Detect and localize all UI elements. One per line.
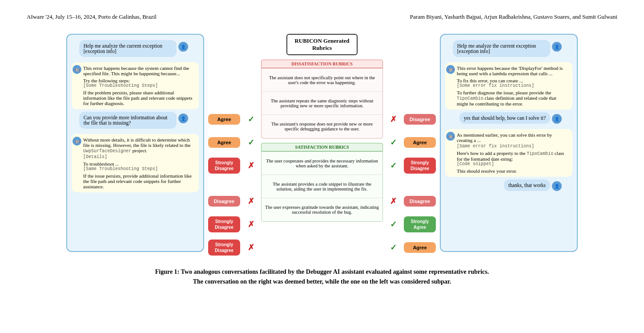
dissatisfaction-section: DISSATISFACTION RUBRICS The assistant do… xyxy=(261,60,383,138)
right-user-bubble-3: thanks, that works 👤 xyxy=(504,179,550,191)
left-bot-bubble-1: 🤖 This error happens because the system … xyxy=(72,62,199,109)
dissatisfaction-header: DISSATISFACTION RUBRICS xyxy=(261,60,383,68)
left-mark-6: ✗ xyxy=(248,236,254,259)
left-mark-2: ✓ xyxy=(248,131,254,154)
bot-icon-1: 🤖 xyxy=(72,65,81,74)
left-mark-1: ✓ xyxy=(248,108,254,131)
left-mark-4: ✗ xyxy=(248,190,254,213)
right-user-bubble-2: yes that should help, how can I solve it… xyxy=(459,112,550,124)
dis-item-2: The assistant repeats the same diagnosti… xyxy=(262,92,382,115)
user-avatar-1: 👤 xyxy=(178,42,188,52)
left-mark-3: ✗ xyxy=(248,154,254,177)
figure-caption: Figure 1: Two analogous conversations fa… xyxy=(77,267,567,287)
right-btn-row-3: Strongly Disagree xyxy=(400,154,440,177)
left-btn-row-1: Agree xyxy=(204,108,244,131)
right-mark-5: ✓ xyxy=(390,213,397,236)
right-bot-bubble-1: 🤖 This error happens because the 'Displa… xyxy=(445,62,572,110)
right-vote-btn-1[interactable]: Disagree xyxy=(404,114,436,125)
right-btn-row-1: Disagree xyxy=(400,108,440,131)
right-mark-6: ✓ xyxy=(390,236,397,259)
sat-item-1: The user cooperates and provides the nec… xyxy=(262,152,382,175)
right-vote-btn-5[interactable]: Strongly Agree xyxy=(404,216,436,232)
right-vote-btn-4[interactable]: Disagree xyxy=(404,196,436,207)
right-btn-row-6: Agree xyxy=(400,236,440,259)
dissatisfaction-items: The assistant does not specifically poin… xyxy=(261,68,383,138)
right-vote-btn-2[interactable]: Agree xyxy=(404,137,436,148)
dis-item-1: The assistant does not specifically poin… xyxy=(262,69,382,92)
left-bot-bubble-2: 🤖 Without more details, it is difficult … xyxy=(72,134,199,192)
right-mark-4: ✗ xyxy=(390,190,397,213)
right-user-avatar-1: 👤 xyxy=(552,42,562,52)
right-bot-icon-1: 🤖 xyxy=(446,65,455,74)
right-mark-2: ✓ xyxy=(390,131,397,154)
left-vote-buttons: Agree Agree Strongly Disagree Disagree S… xyxy=(204,29,244,259)
left-btn-row-5: Strongly Disagree xyxy=(204,213,244,236)
satisfaction-header: SATISFACTION RUBRICS xyxy=(261,143,383,151)
sat-item-3: The user expresses gratitude towards the… xyxy=(262,198,382,221)
left-btn-row-2: Agree xyxy=(204,131,244,154)
left-user-bubble-1: Help me analyze the current exception [e… xyxy=(79,40,177,57)
user-avatar-2: 👤 xyxy=(178,114,188,123)
right-bot-icon-2: 🤖 xyxy=(446,132,455,141)
satisfaction-items: The user cooperates and provides the nec… xyxy=(261,151,383,222)
right-mark-1: ✗ xyxy=(390,108,397,131)
right-vote-btn-3[interactable]: Strongly Disagree xyxy=(404,158,436,174)
left-btn-row-3: Strongly Disagree xyxy=(204,154,244,177)
header-left: AIware '24, July 15–16, 2024, Porto de G… xyxy=(27,13,157,20)
right-bot-bubble-2: 🤖 As mentioned earlier, you can solve th… xyxy=(445,129,572,177)
left-vote-btn-1[interactable]: Agree xyxy=(208,114,240,125)
left-vote-btn-4[interactable]: Disagree xyxy=(208,196,240,207)
left-mark-5: ✗ xyxy=(248,213,254,236)
left-vote-btn-3[interactable]: Strongly Disagree xyxy=(208,158,240,174)
left-vote-btn-2[interactable]: Agree xyxy=(208,137,240,148)
right-user-avatar-3: 👤 xyxy=(552,181,562,191)
left-marks: ✓ ✓ ✗ ✗ ✗ ✗ xyxy=(244,29,258,259)
rubric-panel: RUBICON Generated Rubrics DISSATISFACTIO… xyxy=(258,29,386,222)
main-figure: Help me analyze the current exception [e… xyxy=(27,29,617,259)
left-btn-row-6: Strongly Disagree xyxy=(204,236,244,259)
right-vote-btn-6[interactable]: Agree xyxy=(404,242,436,253)
header-right: Param Biyani, Yasharth Bajpai, Arjun Rad… xyxy=(410,13,617,20)
sat-item-2: The assistant provides a code snippet to… xyxy=(262,175,382,198)
right-btn-row-2: Agree xyxy=(400,131,440,154)
left-btn-row-4: Disagree xyxy=(204,190,244,213)
right-vote-buttons: Disagree Agree Strongly Disagree Disagre… xyxy=(400,29,440,259)
bot-icon-2: 🤖 xyxy=(72,137,81,146)
right-user-avatar-2: 👤 xyxy=(552,114,562,124)
satisfaction-section: SATISFACTION RUBRICS The user cooperates… xyxy=(261,143,383,222)
left-vote-btn-6[interactable]: Strongly Disagree xyxy=(208,240,240,256)
right-conversation: Help me analyze the current exception [e… xyxy=(440,34,578,252)
dis-item-3: The assistant's response does not provid… xyxy=(262,115,382,138)
right-marks: ✗ ✓ ✓ ✗ ✓ ✓ xyxy=(386,29,400,259)
left-user-bubble-2: Can you provide more information about t… xyxy=(79,112,177,129)
right-btn-row-4: Disagree xyxy=(400,190,440,213)
rubric-title: RUBICON Generated Rubrics xyxy=(286,34,357,55)
right-user-bubble-1: Help me analyze the current exception [e… xyxy=(453,40,550,57)
right-mark-3: ✓ xyxy=(390,154,397,177)
left-conversation: Help me analyze the current exception [e… xyxy=(66,34,204,252)
right-btn-row-5: Strongly Agree xyxy=(400,213,440,236)
left-vote-btn-5[interactable]: Strongly Disagree xyxy=(208,216,240,232)
